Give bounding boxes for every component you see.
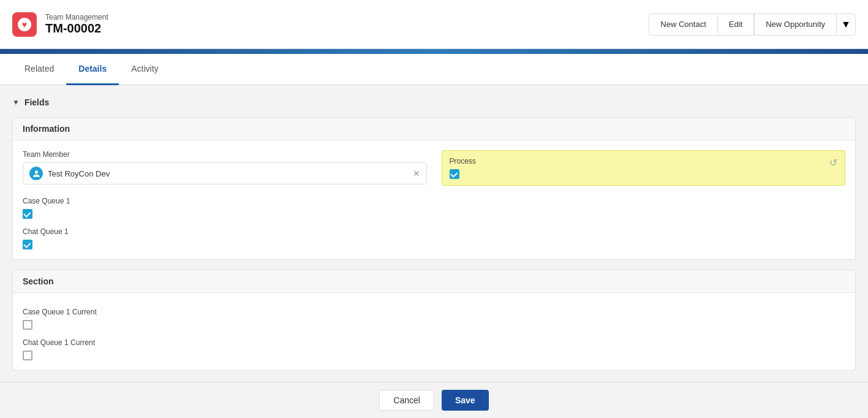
fields-chevron-icon: ▼ [12, 98, 20, 107]
team-member-clear-icon[interactable]: ✕ [413, 169, 420, 178]
team-member-input[interactable]: Test RoyCon Dev ✕ [23, 162, 427, 184]
fields-section-label: Fields [25, 97, 49, 107]
edit-button[interactable]: Edit [717, 13, 754, 36]
section-card: Section Case Queue 1 Current Chat Queue … [12, 270, 856, 371]
app-icon-heart: ♥ [18, 18, 31, 31]
app-subtitle: Team Management [45, 13, 108, 21]
case-queue-1-checkbox-wrapper [23, 209, 427, 219]
cancel-button[interactable]: Cancel [379, 390, 434, 393]
chat-queue-1-current-label: Chat Queue 1 Current [23, 338, 845, 347]
record-id: TM-00002 [45, 21, 108, 36]
person-icon [32, 170, 40, 178]
case-queue-1-field: Case Queue 1 [23, 197, 427, 219]
team-member-label: Team Member [23, 150, 427, 159]
chevron-down-icon: ▼ [841, 19, 851, 30]
right-fields: Process ↺ [442, 150, 846, 249]
chat-queue-1-current-field: Chat Queue 1 Current [23, 338, 845, 360]
page-footer: Cancel Save [0, 382, 868, 393]
case-queue-1-checkbox[interactable] [23, 209, 32, 219]
section-card-title: Section [13, 270, 855, 293]
left-fields: Team Member Test RoyCon Dev ✕ Case Queue… [23, 150, 427, 249]
information-card-body: Team Member Test RoyCon Dev ✕ Case Queue… [13, 140, 855, 259]
tab-related[interactable]: Related [12, 54, 66, 85]
tab-activity[interactable]: Activity [119, 54, 170, 85]
case-queue-1-current-label: Case Queue 1 Current [23, 308, 845, 316]
information-card-title: Information [13, 118, 855, 140]
deco-bar [0, 49, 868, 54]
chat-queue-1-label: Chat Queue 1 [23, 227, 427, 236]
tabs-bar: Related Details Activity [0, 54, 868, 85]
case-queue-1-label: Case Queue 1 [23, 197, 427, 205]
tab-details[interactable]: Details [66, 54, 119, 85]
process-field-inner: Process [450, 157, 476, 179]
new-opportunity-button[interactable]: New Opportunity [754, 13, 836, 36]
chat-queue-1-checkbox[interactable] [23, 240, 32, 249]
chat-queue-1-current-checkbox[interactable] [23, 351, 32, 360]
page-header: ♥ Team Management TM-00002 New Contact E… [0, 0, 868, 49]
process-field-group: Process ↺ [442, 150, 846, 186]
process-checkbox-wrapper [450, 169, 476, 179]
information-fields-grid: Team Member Test RoyCon Dev ✕ Case Queue… [23, 150, 845, 249]
chat-queue-1-current-checkbox-wrapper [23, 351, 845, 360]
team-member-field-group: Team Member Test RoyCon Dev ✕ [23, 150, 427, 184]
team-member-avatar [29, 167, 43, 180]
case-queue-1-current-field: Case Queue 1 Current [23, 308, 845, 330]
case-queue-1-current-checkbox-wrapper [23, 320, 845, 330]
process-label: Process [450, 157, 476, 165]
chat-queue-1-checkbox-wrapper [23, 240, 427, 249]
header-actions: New Contact Edit New Opportunity ▼ [649, 13, 856, 36]
header-title-group: Team Management TM-00002 [45, 13, 108, 36]
information-card: Information Team Member Test RoyCon Dev … [12, 117, 856, 260]
section-card-body: Case Queue 1 Current Chat Queue 1 Curren… [13, 293, 855, 370]
new-contact-button[interactable]: New Contact [649, 13, 717, 36]
process-checkbox[interactable] [450, 169, 459, 179]
app-icon: ♥ [12, 12, 37, 37]
actions-dropdown-button[interactable]: ▼ [836, 13, 856, 36]
process-field: Process ↺ [442, 150, 846, 186]
process-reset-icon[interactable]: ↺ [829, 157, 837, 169]
case-queue-1-current-checkbox[interactable] [23, 320, 32, 330]
save-button[interactable]: Save [442, 390, 489, 393]
team-member-value: Test RoyCon Dev [48, 169, 408, 178]
header-left: ♥ Team Management TM-00002 [12, 12, 108, 37]
fields-section-header[interactable]: ▼ Fields [12, 97, 856, 107]
main-content: ▼ Fields Information Team Member Test Ro… [0, 85, 868, 393]
chat-queue-1-field: Chat Queue 1 [23, 227, 427, 249]
